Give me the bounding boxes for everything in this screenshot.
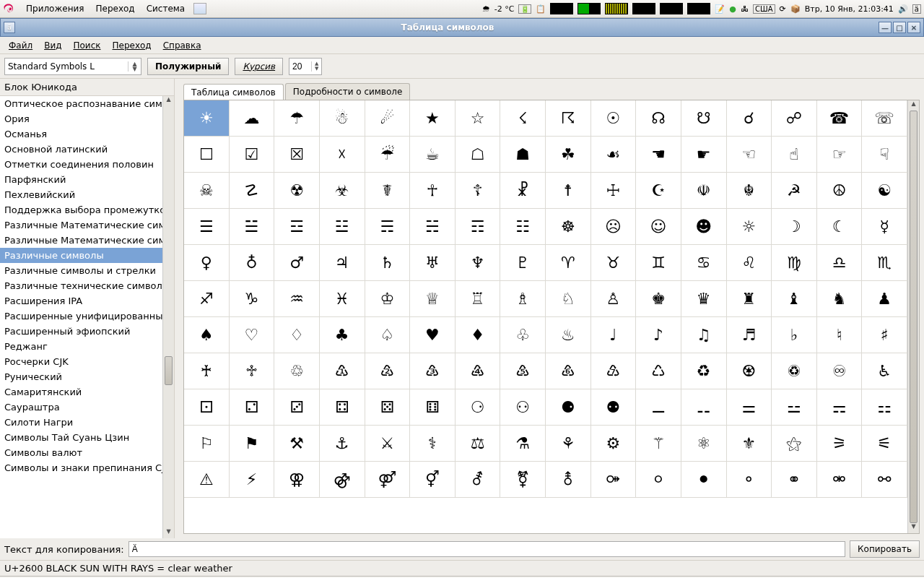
character-cell[interactable]: ♈ xyxy=(546,245,591,281)
character-cell[interactable]: ☻ xyxy=(681,209,727,245)
character-cell[interactable]: ⚈ xyxy=(546,389,591,426)
clock[interactable]: Втр, 10 Янв, 21:03:41 xyxy=(805,4,894,14)
character-cell[interactable]: ☗ xyxy=(500,137,546,173)
block-list-item[interactable]: Расширенные унифицированные xyxy=(0,309,174,324)
character-cell[interactable]: ⚧ xyxy=(500,462,546,498)
character-cell[interactable]: ☄ xyxy=(365,100,411,137)
character-cell[interactable]: ⚑ xyxy=(230,426,275,462)
character-cell[interactable]: ☵ xyxy=(410,209,456,245)
kbd-layout[interactable]: США xyxy=(753,4,775,14)
character-cell[interactable]: ☂ xyxy=(274,100,320,137)
character-cell[interactable]: ♣ xyxy=(320,317,365,353)
character-cell[interactable]: ☍ xyxy=(772,100,817,137)
block-list-item[interactable]: Оптическое распознавание сим xyxy=(0,96,174,111)
character-cell[interactable]: ♓ xyxy=(320,281,365,317)
character-cell[interactable]: ☋ xyxy=(681,100,727,137)
character-cell[interactable]: ⚌ xyxy=(727,389,772,426)
block-list-item[interactable]: Различные Математические сим xyxy=(0,233,174,248)
screenshot-icon[interactable] xyxy=(193,3,206,14)
character-cell[interactable]: ☮ xyxy=(817,173,863,209)
character-cell[interactable]: ⚪ xyxy=(636,462,681,498)
character-cell[interactable]: ☉ xyxy=(591,100,637,137)
character-cell[interactable]: ⚕ xyxy=(410,426,456,462)
character-cell[interactable]: ♽ xyxy=(772,353,817,389)
character-cell[interactable]: ☽ xyxy=(772,209,817,245)
character-cell[interactable]: ♙ xyxy=(591,281,637,317)
character-cell[interactable]: ⚙ xyxy=(591,426,637,462)
window-menu-icon[interactable]: ä xyxy=(4,22,15,33)
character-cell[interactable]: ♯ xyxy=(862,317,907,353)
character-cell[interactable]: ⚍ xyxy=(772,389,817,426)
character-cell[interactable]: ⚆ xyxy=(456,389,501,426)
font-family-combo[interactable]: Standard Symbols L ▲▼ xyxy=(4,58,141,75)
block-list-item[interactable]: Различные Математические сим xyxy=(0,217,174,233)
character-cell[interactable]: ☇ xyxy=(500,100,546,137)
character-cell[interactable]: ⚗ xyxy=(500,426,546,462)
character-cell[interactable]: ♩ xyxy=(591,317,637,353)
unicode-block-list[interactable]: Оптическое распознавание симОрияОсманьяО… xyxy=(0,96,174,538)
character-cell[interactable]: ♵ xyxy=(410,353,456,389)
block-list-item[interactable]: Основной латинский xyxy=(0,142,174,157)
block-list-item[interactable]: Парфянский xyxy=(0,172,174,187)
character-cell[interactable]: ☣ xyxy=(320,173,365,209)
block-list-item[interactable]: Различные символы и стрелки xyxy=(0,263,174,278)
character-cell[interactable]: ⚉ xyxy=(591,389,637,426)
scroll-up-icon[interactable]: ▲ xyxy=(163,96,174,106)
character-cell[interactable]: ⚭ xyxy=(772,462,817,498)
character-cell[interactable]: ★ xyxy=(410,100,456,137)
character-cell[interactable]: ♸ xyxy=(546,353,591,389)
window-titlebar[interactable]: ä Таблица символов — □ ✕ xyxy=(0,18,924,37)
character-cell[interactable]: ♠ xyxy=(184,317,230,353)
character-cell[interactable]: ☓ xyxy=(320,137,365,173)
grid-scroll-up-icon[interactable]: ▲ xyxy=(908,100,919,111)
character-cell[interactable]: ☁ xyxy=(230,100,275,137)
character-cell[interactable]: ♭ xyxy=(772,317,817,353)
character-cell[interactable]: ☭ xyxy=(772,173,817,209)
character-cell[interactable]: ♛ xyxy=(681,281,727,317)
character-cell[interactable]: ♨ xyxy=(546,317,591,353)
character-cell[interactable]: ♟ xyxy=(862,281,907,317)
character-cell[interactable]: ⚂ xyxy=(274,389,320,426)
character-cell[interactable]: ♑ xyxy=(230,281,275,317)
character-cell[interactable]: ♂ xyxy=(274,245,320,281)
character-cell[interactable]: ♬ xyxy=(727,317,772,353)
character-cell[interactable]: ⚁ xyxy=(230,389,275,426)
block-list-item[interactable]: Расширения IPA xyxy=(0,293,174,309)
character-cell[interactable]: ☎ xyxy=(817,100,863,137)
character-cell[interactable]: ⚬ xyxy=(727,462,772,498)
character-cell[interactable]: ☫ xyxy=(681,173,727,209)
character-cell[interactable]: ♞ xyxy=(817,281,863,317)
menu-file[interactable]: Файл xyxy=(3,39,38,52)
character-cell[interactable]: ♼ xyxy=(727,353,772,389)
block-list-item[interactable]: Пехлевийский xyxy=(0,187,174,202)
character-cell[interactable]: ♥ xyxy=(410,317,456,353)
block-list-item[interactable]: Рунический xyxy=(0,369,174,384)
character-cell[interactable]: ♏ xyxy=(862,245,907,281)
character-cell[interactable]: ☆ xyxy=(456,100,501,137)
font-size-spinner[interactable]: ▲▼ xyxy=(289,58,322,75)
clipboard-icon[interactable]: 📋 xyxy=(536,4,546,14)
character-cell[interactable]: ♦ xyxy=(456,317,501,353)
character-cell[interactable]: ⚐ xyxy=(184,426,230,462)
block-list-item[interactable]: Ория xyxy=(0,111,174,126)
character-cell[interactable]: ♃ xyxy=(320,245,365,281)
character-cell[interactable]: ☈ xyxy=(546,100,591,137)
sidebar-scrollbar[interactable]: ▲ ▼ xyxy=(162,96,174,538)
character-cell[interactable]: ⚚ xyxy=(636,426,681,462)
places-menu[interactable]: Переход xyxy=(90,2,141,15)
character-cell[interactable]: ⚎ xyxy=(817,389,863,426)
character-cell[interactable]: ☷ xyxy=(500,209,546,245)
block-list-item[interactable]: Самаритянский xyxy=(0,384,174,400)
tomboy-icon[interactable]: 📝 xyxy=(715,4,725,14)
block-list-item[interactable]: Саураштра xyxy=(0,400,174,415)
character-cell[interactable]: ♌ xyxy=(727,245,772,281)
character-cell[interactable]: ☸ xyxy=(546,209,591,245)
block-list-item[interactable]: Отметки соединения половин xyxy=(0,157,174,172)
character-cell[interactable]: ♰ xyxy=(184,353,230,389)
character-cell[interactable]: ☕ xyxy=(410,137,456,173)
character-cell[interactable]: ⚅ xyxy=(410,389,456,426)
character-cell[interactable]: ☧ xyxy=(500,173,546,209)
character-cell[interactable]: ⚘ xyxy=(546,426,591,462)
character-cell[interactable]: ☒ xyxy=(274,137,320,173)
character-cell[interactable]: ☹ xyxy=(591,209,637,245)
